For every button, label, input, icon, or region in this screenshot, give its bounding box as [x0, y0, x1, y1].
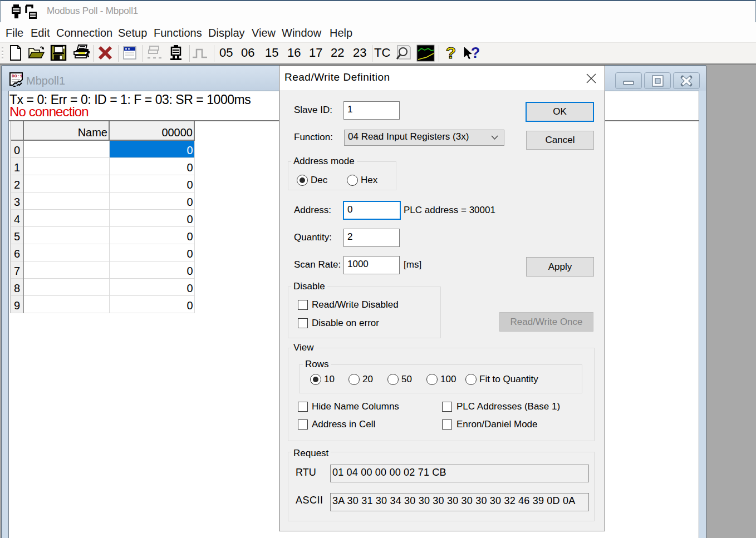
svg-text:DO:1: DO:1 [12, 73, 22, 78]
svg-text:?: ? [446, 45, 456, 62]
svg-text:?: ? [471, 45, 480, 61]
